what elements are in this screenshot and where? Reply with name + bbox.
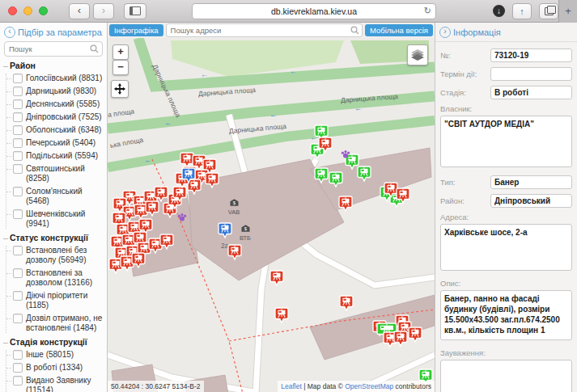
filter-item[interactable]: Інше (58015) <box>6 350 105 360</box>
map-marker-red[interactable] <box>393 331 408 351</box>
info-field-input[interactable] <box>490 67 572 81</box>
map-marker-red[interactable] <box>318 137 333 157</box>
filter-checkbox[interactable] <box>13 291 23 301</box>
filter-checkbox[interactable] <box>13 151 23 161</box>
map-marker-green[interactable] <box>314 167 329 188</box>
map-marker-blue[interactable] <box>181 167 196 188</box>
infographic-button[interactable]: Інфографіка <box>109 24 163 36</box>
paw-icon[interactable] <box>341 148 350 162</box>
filter-group-header[interactable]: –Статус конструкції <box>3 233 105 242</box>
close-window-button[interactable] <box>8 6 17 15</box>
map-marker-red[interactable] <box>338 196 353 216</box>
info-field-textarea[interactable] <box>440 116 572 167</box>
sidebar-toggle-button[interactable] <box>124 3 146 19</box>
filter-item[interactable]: Діючі пріоритети (1185) <box>6 291 105 310</box>
map-marker-red[interactable] <box>269 270 284 290</box>
layers-control-button[interactable] <box>407 44 428 65</box>
filter-checkbox[interactable] <box>13 74 23 83</box>
info-field-input[interactable] <box>490 175 572 189</box>
filter-item[interactable]: Дозвіл отримано, не встановлені (1484) <box>6 314 105 333</box>
filter-checkbox[interactable] <box>13 246 23 255</box>
back-button[interactable]: ‹ <box>69 3 90 19</box>
filter-item[interactable]: Видано Заявнику (11514) <box>6 376 105 392</box>
map-marker-blue[interactable] <box>218 222 232 242</box>
osm-link[interactable]: OpenStreetMap <box>345 382 393 390</box>
address-bar[interactable]: db.kievreklama.kiev.ua ↻ <box>192 3 436 19</box>
info-field-textarea[interactable] <box>440 290 572 340</box>
filter-item[interactable]: Дарницький (9830) <box>6 86 105 96</box>
map-viewport[interactable]: Дарницька площаДарницька площаДарницька … <box>108 38 435 392</box>
map-marker-red[interactable] <box>227 244 242 264</box>
filter-search-box[interactable] <box>4 41 103 57</box>
downloads-icon[interactable]: ↓ <box>493 5 505 17</box>
reload-icon[interactable]: ↻ <box>424 6 431 15</box>
map-marker-green[interactable] <box>357 166 371 186</box>
pan-control-button[interactable] <box>111 80 129 98</box>
info-field-textarea[interactable] <box>440 360 572 392</box>
leaflet-link[interactable]: Leaflet <box>281 382 302 390</box>
filter-group-header[interactable]: –Район <box>3 61 105 70</box>
map-marker-red[interactable] <box>274 307 289 327</box>
filter-item[interactable]: Деснянський (5585) <box>6 99 105 109</box>
filter-item[interactable]: Солом'янський (5468) <box>6 187 105 206</box>
tree-collapse-icon[interactable]: – <box>3 233 10 242</box>
share-icon[interactable]: ↑ <box>512 3 532 19</box>
filter-item[interactable]: В роботі (1334) <box>6 363 105 373</box>
filter-checkbox[interactable] <box>13 314 23 323</box>
filter-checkbox[interactable] <box>13 187 23 196</box>
filter-item[interactable]: Голосіївський (8831) <box>6 74 105 83</box>
filter-item[interactable]: Встановлені за дозволом (13166) <box>6 268 105 288</box>
filter-checkbox[interactable] <box>13 164 23 174</box>
minimize-window-button[interactable] <box>23 6 32 15</box>
filter-item[interactable]: Дніпровський (7525) <box>6 112 105 122</box>
mobile-version-button[interactable]: Мобільна версія <box>365 24 433 36</box>
filter-search-input[interactable] <box>5 44 102 53</box>
filter-checkbox[interactable] <box>13 86 23 96</box>
info-panel-header[interactable]: › Інформація <box>435 23 577 42</box>
filter-sidebar-header[interactable]: ‹ Підбір за параметра... <box>0 23 107 41</box>
filter-checkbox[interactable] <box>13 112 23 122</box>
paw-icon[interactable] <box>177 211 187 226</box>
zoom-in-button[interactable]: + <box>112 44 129 60</box>
zoom-window-button[interactable] <box>39 6 48 15</box>
filter-item[interactable]: Встановлені без дозволу (56949) <box>6 246 105 265</box>
map-marker-red[interactable] <box>408 327 422 347</box>
collapse-left-panel-icon[interactable]: ‹ <box>4 27 15 38</box>
filter-checkbox[interactable] <box>13 99 23 109</box>
map-marker-red[interactable] <box>131 252 146 272</box>
map-marker-green[interactable] <box>329 171 343 192</box>
info-field-textarea[interactable] <box>440 224 572 271</box>
filter-checkbox[interactable] <box>13 376 23 386</box>
filter-item[interactable]: Святошинський (8258) <box>6 164 105 183</box>
address-search-input[interactable] <box>167 26 362 35</box>
filter-checkbox[interactable] <box>13 268 23 278</box>
filter-item[interactable]: Шевченківський (9941) <box>6 209 105 229</box>
info-field-input[interactable] <box>490 194 572 208</box>
filter-item[interactable]: Подільський (5594) <box>6 151 105 161</box>
filter-sidebar-title: Підбір за параметра... <box>18 27 103 37</box>
tree-collapse-icon[interactable]: – <box>3 61 10 70</box>
filter-checkbox[interactable] <box>13 350 23 360</box>
filter-checkbox[interactable] <box>13 209 23 219</box>
map-marker-red[interactable] <box>205 172 219 192</box>
map-marker-red[interactable] <box>396 188 410 208</box>
filter-item[interactable]: Оболонський (6348) <box>6 125 105 135</box>
map-marker-red[interactable] <box>159 234 174 254</box>
info-textarea-row: Власник: <box>440 104 572 171</box>
info-panel-title: Інформація <box>453 27 501 37</box>
forward-button[interactable]: › <box>93 3 114 19</box>
address-search-box[interactable] <box>166 23 363 37</box>
filter-checkbox[interactable] <box>13 363 23 373</box>
tree-collapse-icon[interactable]: – <box>3 337 10 347</box>
zoom-out-button[interactable]: − <box>112 60 129 75</box>
collapse-right-panel-icon[interactable]: › <box>439 27 451 38</box>
filter-checkbox[interactable] <box>13 125 23 135</box>
info-field-input[interactable] <box>490 86 572 99</box>
map-marker-red[interactable] <box>339 295 354 315</box>
filter-group-header[interactable]: –Стадія конструкції <box>3 337 105 347</box>
info-field-input[interactable] <box>490 48 572 62</box>
filter-checkbox[interactable] <box>13 138 23 148</box>
tabs-overview-icon[interactable] <box>539 3 558 19</box>
filter-item[interactable]: Печерський (5404) <box>6 138 105 148</box>
new-tab-button[interactable]: + <box>558 0 577 23</box>
